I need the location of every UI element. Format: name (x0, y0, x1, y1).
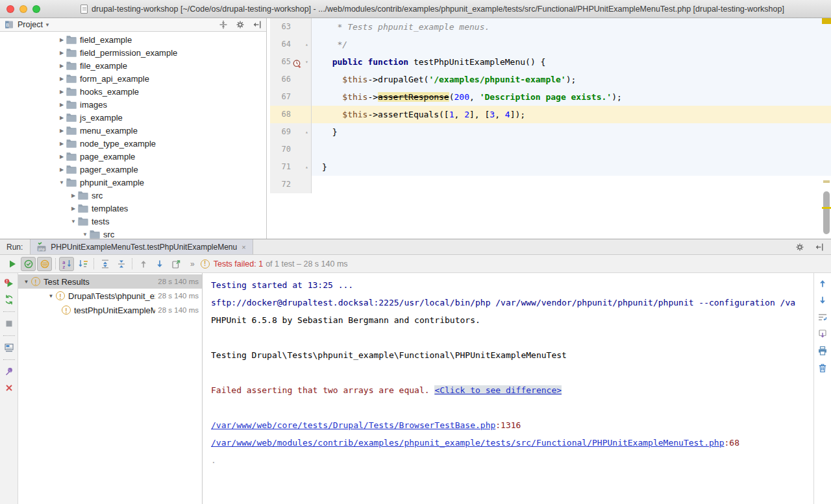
code-line[interactable]: 65▾ public function testPhpUnitExampleMe… (270, 53, 831, 71)
chevron-expanded-icon[interactable]: ▼ (22, 279, 31, 285)
project-tree-item[interactable]: ▶images (0, 98, 266, 111)
project-tree-item[interactable]: ▶templates (0, 202, 266, 215)
project-tree-item[interactable]: ▼src (0, 228, 266, 239)
project-tree-item[interactable]: ▶form_api_example (0, 72, 266, 85)
fold-marker-icon[interactable]: ▴ (303, 36, 311, 53)
chevron-collapsed-icon[interactable]: ▶ (69, 206, 78, 211)
editor-gutter[interactable]: 66 (270, 71, 312, 88)
show-passed-toggle[interactable] (21, 257, 36, 271)
hide-panel-button[interactable] (252, 19, 262, 30)
chevron-collapsed-icon[interactable]: ▶ (57, 89, 66, 95)
pin-tab-button[interactable] (4, 366, 14, 377)
close-window-button[interactable] (6, 5, 14, 13)
rerun-failed-tests-button[interactable]: ! (4, 278, 14, 289)
chevron-collapsed-icon[interactable]: ▶ (57, 76, 66, 82)
collapse-all-button[interactable] (114, 257, 129, 271)
code-line[interactable]: 63 * Tests phpunit_example menus. (270, 18, 831, 36)
test-failed-clock-icon[interactable] (292, 57, 302, 67)
console-link[interactable]: <Click to see difference> (434, 385, 562, 395)
minimize-window-button[interactable] (19, 5, 27, 13)
sort-alphabetically-toggle[interactable]: az (59, 257, 74, 271)
project-tree-item[interactable]: ▶src (0, 189, 266, 202)
code-line[interactable]: 69▴ } (270, 123, 831, 141)
test-tree-row[interactable]: ▼!Drupal\Tests\phpunit_example\Functiona… (18, 289, 202, 303)
test-tree-row[interactable]: !testPhpUnitExampleMenu28 s 140 ms (18, 303, 202, 317)
fold-marker-icon[interactable]: ▾ (303, 53, 311, 71)
clear-all-button[interactable] (817, 363, 828, 373)
project-tree-item[interactable]: ▶file_example (0, 59, 266, 72)
chevron-collapsed-icon[interactable]: ▶ (57, 115, 66, 121)
code-text[interactable]: $this->assertEquals([1, 2], [3, 4]); (312, 106, 831, 123)
code-line[interactable]: 68 $this->assertEquals([1, 2], [3, 4]); (270, 106, 831, 123)
project-tree-item[interactable]: ▶hooks_example (0, 85, 266, 98)
print-button[interactable] (817, 346, 828, 356)
code-line[interactable]: 67 $this->assertResponse(200, 'Descripti… (270, 88, 831, 106)
previous-failed-test-button[interactable] (136, 257, 151, 271)
code-line[interactable]: 70 (270, 141, 831, 158)
code-editor[interactable]: 63 * Tests phpunit_example menus.64▴ */6… (267, 18, 831, 239)
sort-by-duration-toggle[interactable] (75, 257, 90, 271)
scroll-up-button[interactable] (817, 278, 828, 289)
code-text[interactable]: } (312, 158, 831, 176)
close-tab-icon[interactable]: × (241, 243, 246, 251)
gear-icon-button[interactable] (795, 242, 805, 252)
stop-button[interactable] (4, 318, 14, 329)
editor-gutter[interactable]: 70 (270, 141, 312, 158)
next-failed-test-button[interactable] (152, 257, 167, 271)
editor-gutter[interactable]: 69▴ (270, 123, 312, 141)
chevron-expanded-icon[interactable]: ▼ (47, 293, 55, 299)
run-tab[interactable]: php PHPUnitExampleMenuTest.testPhpUnitEx… (30, 239, 253, 254)
project-tree-item[interactable]: ▶field_permission_example (0, 46, 266, 59)
code-line[interactable]: 66 $this->drupalGet('/examples/phpunit-e… (270, 71, 831, 88)
code-text[interactable]: $this->drupalGet('/examples/phpunit-exam… (312, 71, 831, 88)
restore-layout-button[interactable] (4, 342, 14, 353)
chevron-expanded-icon[interactable]: ▼ (57, 180, 66, 186)
soft-wrap-toggle[interactable] (817, 312, 828, 322)
zoom-window-button[interactable] (32, 5, 40, 13)
code-text[interactable]: public function testPhpUnitExampleMenu()… (312, 53, 831, 71)
chevron-collapsed-icon[interactable]: ▶ (57, 167, 66, 173)
editor-gutter[interactable]: 65▾ (270, 53, 312, 71)
collapse-all-button[interactable] (218, 19, 229, 30)
expand-all-button[interactable] (97, 257, 112, 271)
chevron-expanded-icon[interactable]: ▼ (69, 219, 78, 224)
console-link[interactable]: /var/www/web/core/tests/Drupal/Tests/Bro… (211, 420, 495, 430)
chevron-collapsed-icon[interactable]: ▶ (57, 141, 66, 147)
more-actions-chevrons[interactable]: » (190, 259, 195, 269)
project-tree-item[interactable]: ▶pager_example (0, 163, 266, 176)
code-line[interactable]: 64▴ */ (270, 36, 831, 53)
code-text[interactable]: * Tests phpunit_example menus. (312, 18, 831, 36)
scroll-down-button[interactable] (817, 295, 828, 306)
chevron-collapsed-icon[interactable]: ▶ (57, 128, 66, 134)
close-button[interactable] (4, 383, 14, 393)
gear-icon-button[interactable] (235, 19, 245, 30)
project-tree-item[interactable]: ▶menu_example (0, 124, 266, 137)
fold-marker-icon[interactable]: ▴ (303, 123, 311, 141)
chevron-down-icon[interactable]: ▼ (45, 22, 50, 28)
editor-gutter[interactable]: 71▴ (270, 158, 312, 176)
editor-gutter[interactable]: 64▴ (270, 36, 312, 53)
editor-gutter[interactable]: 63 (270, 18, 312, 36)
project-tree-item[interactable]: ▶js_example (0, 111, 266, 124)
editor-gutter[interactable]: 67 (270, 88, 312, 106)
code-line[interactable]: 72 (270, 176, 831, 193)
code-text[interactable] (312, 176, 831, 193)
project-tree-item[interactable]: ▼phpunit_example (0, 176, 266, 189)
import-test-results-button[interactable] (168, 257, 183, 271)
rerun-button[interactable] (4, 294, 14, 305)
editor-gutter[interactable]: 68 (270, 106, 312, 123)
editor-error-stripe[interactable] (822, 18, 831, 239)
project-panel-title[interactable]: Project (18, 20, 43, 29)
code-text[interactable]: $this->assertResponse(200, 'Description … (312, 88, 831, 106)
hide-panel-button[interactable] (814, 242, 825, 252)
project-tree-item[interactable]: ▶page_example (0, 150, 266, 163)
test-console[interactable]: Testing started at 13:25 ...sftp://docke… (203, 273, 831, 504)
project-tree-item[interactable]: ▼tests (0, 215, 266, 228)
chevron-collapsed-icon[interactable]: ▶ (57, 37, 66, 43)
chevron-collapsed-icon[interactable]: ▶ (57, 50, 66, 56)
chevron-collapsed-icon[interactable]: ▶ (57, 154, 66, 160)
chevron-expanded-icon[interactable]: ▼ (81, 232, 90, 237)
project-tree-item[interactable]: ▶field_example (0, 33, 266, 46)
scroll-to-end-button[interactable] (817, 329, 828, 339)
show-ignored-toggle[interactable] (37, 257, 52, 271)
